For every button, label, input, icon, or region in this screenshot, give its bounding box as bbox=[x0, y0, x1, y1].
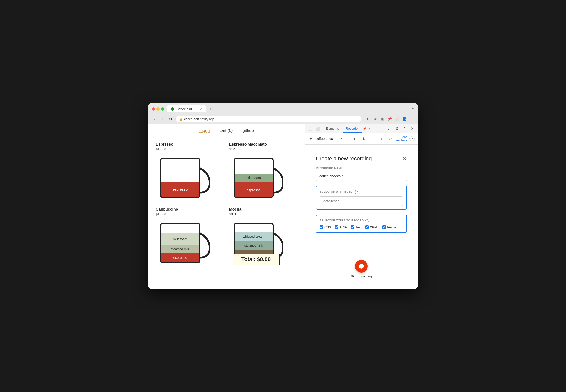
new-tab-button[interactable]: + bbox=[207, 106, 214, 112]
product-price-espresso: $10.00 bbox=[156, 147, 224, 151]
css-label: CSS bbox=[324, 225, 331, 229]
menu-icon[interactable]: ⋮ bbox=[409, 117, 414, 122]
recording-name-input[interactable] bbox=[316, 171, 407, 181]
tab-bar-right: ∨ bbox=[412, 107, 414, 111]
delete-recording-button[interactable]: 🗑 bbox=[369, 135, 376, 142]
svg-text:steamed milk: steamed milk bbox=[171, 247, 190, 251]
recording-name-text: coffee checkout bbox=[316, 137, 340, 141]
selector-types-help-icon[interactable]: ? bbox=[365, 219, 369, 223]
recording-name-select[interactable]: coffee checkout ▾ bbox=[316, 137, 350, 141]
devtools-kebab-menu-icon[interactable]: ⋮ bbox=[401, 125, 408, 132]
selector-attribute-help-icon[interactable]: ? bbox=[354, 190, 358, 194]
css-checkbox[interactable] bbox=[320, 225, 323, 229]
text-checkbox[interactable] bbox=[351, 225, 354, 229]
pin-icon[interactable]: 📌 bbox=[387, 117, 392, 122]
pierce-checkbox[interactable] bbox=[382, 225, 386, 229]
products-grid: Espresso $10.00 espresso bbox=[148, 137, 305, 272]
reload-button[interactable]: ↻ bbox=[168, 116, 173, 122]
product-card-mocha: Mocha $8.00 whipped cream steamed milk bbox=[229, 207, 298, 267]
xpath-label: XPath bbox=[370, 225, 379, 229]
xpath-checkbox[interactable] bbox=[365, 225, 369, 229]
title-bar: Coffee cart ✕ + ∨ bbox=[148, 103, 418, 114]
browser-tab[interactable]: Coffee cart ✕ bbox=[167, 105, 206, 112]
aria-checkbox[interactable] bbox=[335, 225, 338, 229]
tab-title: Coffee cart bbox=[177, 107, 198, 111]
devtools-close-icon[interactable]: ✕ bbox=[409, 125, 416, 132]
text-label: Text bbox=[355, 225, 361, 229]
devtools-device-icon[interactable]: ⬜ bbox=[315, 124, 322, 133]
selector-attribute-label-row: SELECTOR ATTRIBUTE ? bbox=[320, 190, 403, 194]
nav-github[interactable]: github bbox=[243, 128, 254, 133]
devtools-tab-elements[interactable]: Elements bbox=[323, 125, 342, 133]
slow-replay-button[interactable]: ↩ bbox=[387, 135, 393, 142]
devtools-cursor-icon[interactable]: ⬚ bbox=[307, 124, 314, 133]
svg-text:steamed milk: steamed milk bbox=[244, 244, 263, 247]
extensions-puzzle-icon[interactable]: ⊞ bbox=[380, 117, 385, 122]
start-recording-button[interactable] bbox=[355, 260, 368, 273]
devtools-more-options: » ⚙ ⋮ ✕ bbox=[385, 125, 416, 132]
import-button[interactable]: ⬇ bbox=[360, 135, 367, 142]
checkbox-text[interactable]: Text bbox=[351, 225, 361, 229]
selector-attribute-label: SELECTOR ATTRIBUTE bbox=[320, 190, 352, 193]
replay-button[interactable]: ▷ bbox=[378, 135, 385, 142]
recorder-help-button[interactable]: ? bbox=[409, 136, 415, 141]
website-panel: menu cart (0) github Espresso $10.00 bbox=[148, 124, 305, 289]
profile-icon[interactable]: 👤 bbox=[402, 117, 407, 122]
start-recording-label: Start recording bbox=[351, 275, 372, 278]
nav-menu[interactable]: menu bbox=[199, 128, 210, 133]
forward-button[interactable]: › bbox=[160, 116, 166, 122]
svg-text:espresso: espresso bbox=[173, 256, 187, 260]
svg-text:espresso: espresso bbox=[173, 187, 188, 191]
devtools-more-chevron-icon[interactable]: » bbox=[385, 125, 392, 132]
product-price-mocha: $8.00 bbox=[229, 212, 298, 216]
bookmark-star-icon[interactable]: ★ bbox=[373, 117, 378, 122]
checkboxes-row: CSS ARIA Text bbox=[320, 225, 403, 229]
lock-icon: 🔒 bbox=[179, 117, 183, 121]
product-name-espresso: Espresso bbox=[156, 142, 224, 147]
product-name-macchiato: Espresso Macchiato bbox=[229, 142, 298, 147]
checkbox-css[interactable]: CSS bbox=[320, 225, 331, 229]
create-recording-modal: Create a new recording ✕ RECORDING NAME … bbox=[310, 150, 413, 284]
maximize-window-button[interactable] bbox=[161, 107, 164, 111]
devtools-tab-recorder[interactable]: Recorder bbox=[343, 125, 362, 133]
toolbar-icons: ⬆ ★ ⊞ 📌 ⬜ 👤 ⋮ bbox=[365, 117, 414, 122]
checkbox-pierce[interactable]: Pierce bbox=[382, 225, 396, 229]
mug-macchiato[interactable]: espresso milk foam bbox=[229, 154, 283, 202]
svg-text:espresso: espresso bbox=[247, 188, 260, 192]
devtools-settings-icon[interactable]: ⚙ bbox=[393, 125, 400, 132]
traffic-lights bbox=[152, 107, 164, 111]
modal-close-button[interactable]: ✕ bbox=[403, 156, 407, 162]
send-feedback-link[interactable]: Sendfeedback bbox=[395, 135, 407, 142]
selector-attribute-input[interactable] bbox=[320, 196, 403, 206]
minimize-window-button[interactable] bbox=[156, 107, 160, 111]
close-window-button[interactable] bbox=[152, 107, 155, 111]
nav-cart[interactable]: cart (0) bbox=[220, 128, 233, 133]
back-button[interactable]: ‹ bbox=[152, 116, 158, 122]
total-overlay: Total: $0.00 bbox=[233, 254, 280, 265]
tab-favicon-icon bbox=[171, 107, 175, 111]
checkbox-aria[interactable]: ARIA bbox=[335, 225, 347, 229]
recording-name-group: RECORDING NAME bbox=[316, 167, 407, 181]
add-recording-button[interactable]: + bbox=[308, 136, 314, 142]
export-button[interactable]: ⬆ bbox=[351, 135, 358, 142]
mug-cappuccino[interactable]: espresso steamed milk milk foam bbox=[156, 219, 210, 267]
address-input[interactable]: 🔒 coffee-cart.netlify.app bbox=[175, 116, 361, 122]
recorder-tab-close-icon[interactable]: ✕ bbox=[367, 127, 372, 131]
devtools-tabs-bar: ⬚ ⬜ Elements Recorder 📌 ✕ » ⚙ ⋮ ✕ bbox=[305, 124, 418, 133]
site-nav: menu cart (0) github bbox=[148, 124, 305, 137]
svg-text:milk foam: milk foam bbox=[173, 237, 187, 241]
product-name-mocha: Mocha bbox=[229, 207, 298, 212]
modal-header: Create a new recording ✕ bbox=[316, 155, 407, 162]
selector-types-label-row: SELECTOR TYPES TO RECORD ? bbox=[320, 219, 403, 223]
record-btn-inner-icon bbox=[359, 264, 364, 269]
tab-close-icon[interactable]: ✕ bbox=[200, 107, 203, 111]
tab-strip-icon[interactable]: ⬜ bbox=[395, 117, 399, 122]
product-price-macchiato: $12.00 bbox=[229, 147, 298, 151]
mug-espresso[interactable]: espresso bbox=[156, 154, 210, 202]
tabs-bar: Coffee cart ✕ + ∨ bbox=[167, 105, 414, 112]
svg-text:whipped cream: whipped cream bbox=[242, 235, 264, 238]
recording-name-label: RECORDING NAME bbox=[316, 167, 407, 169]
checkbox-xpath[interactable]: XPath bbox=[365, 225, 379, 229]
modal-area: Create a new recording ✕ RECORDING NAME … bbox=[305, 145, 418, 289]
share-icon[interactable]: ⬆ bbox=[365, 117, 370, 122]
